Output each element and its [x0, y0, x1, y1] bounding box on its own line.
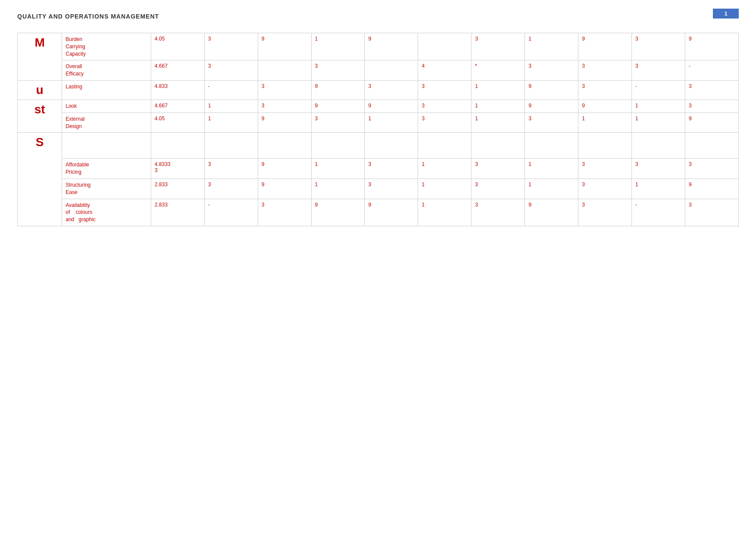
data-cell: 9 — [311, 80, 365, 100]
data-cell: 3 — [418, 80, 472, 100]
data-cell: 3 — [258, 199, 311, 226]
data-cell: 1 — [525, 178, 578, 199]
page-header: QUALITY AND OPERATIONS MANAGEMENT 1 — [17, 9, 739, 20]
category-u: u — [18, 80, 62, 100]
data-cell — [258, 60, 311, 81]
table-row: M BurdenCarryingCapacity 4.05 3 9 1 9 3 … — [18, 33, 739, 60]
data-cell: 1 — [525, 159, 578, 179]
data-cell — [578, 133, 632, 159]
data-cell — [685, 133, 739, 159]
data-cell: 1 — [311, 33, 365, 60]
data-cell — [525, 133, 578, 159]
data-cell: 1 — [632, 178, 685, 199]
data-cell: 3 — [578, 159, 632, 179]
data-cell — [418, 133, 472, 159]
value-burden: 4.05 — [151, 33, 204, 60]
data-cell: 3 — [204, 178, 258, 199]
data-cell: 9 — [258, 33, 311, 60]
table-row: AffordablePricing 4.83333 3 9 1 3 1 3 1 … — [18, 159, 739, 179]
data-cell: 3 — [311, 60, 365, 81]
data-cell: 4 — [418, 60, 472, 81]
data-cell: 1 — [632, 100, 685, 113]
data-cell: 1 — [472, 100, 525, 113]
table-row: st Look 4.667 1 3 9 9 3 1 9 9 1 3 — [18, 100, 739, 113]
data-cell: 1 — [525, 33, 578, 60]
data-cell: 3 — [685, 199, 739, 226]
data-cell: 1 — [365, 113, 418, 133]
data-cell: 9 — [578, 33, 632, 60]
data-cell: 9 — [365, 100, 418, 113]
data-cell: - — [685, 60, 739, 81]
page-number-badge: 1 — [713, 9, 739, 19]
data-cell: 3 — [632, 33, 685, 60]
page-title: QUALITY AND OPERATIONS MANAGEMENT — [17, 13, 159, 20]
data-cell: 9 — [525, 100, 578, 113]
label-availability: Availabilityof coloursand graphic — [62, 199, 151, 226]
data-cell: 9 — [311, 199, 365, 226]
data-cell: 9 — [365, 199, 418, 226]
data-cell: 3 — [472, 33, 525, 60]
data-cell: 1 — [418, 178, 472, 199]
data-cell — [258, 133, 311, 159]
data-cell: 1 — [311, 178, 365, 199]
data-cell: 3 — [365, 178, 418, 199]
data-cell: 3 — [311, 113, 365, 133]
category-st: st — [18, 100, 62, 132]
label-overall-efficacy: OverallEfficacy — [62, 60, 151, 81]
data-cell — [365, 60, 418, 81]
data-cell — [311, 133, 365, 159]
data-cell: 3 — [578, 178, 632, 199]
table-row: StructuringEase 2.833 3 9 1 3 1 3 1 3 1 … — [18, 178, 739, 199]
data-cell: - — [632, 80, 685, 100]
data-cell: - — [204, 80, 258, 100]
data-cell: 3 — [258, 100, 311, 113]
data-cell: 3 — [472, 178, 525, 199]
value-affordable: 4.83333 — [151, 159, 204, 179]
data-cell: - — [632, 199, 685, 226]
data-cell: 1 — [632, 113, 685, 133]
data-cell — [365, 133, 418, 159]
data-cell: 3 — [578, 199, 632, 226]
table-row: ExternalDesign 4.05 1 9 3 1 3 1 3 1 1 9 — [18, 113, 739, 133]
data-cell: 3 — [365, 159, 418, 179]
data-cell: 1 — [472, 113, 525, 133]
data-cell — [472, 133, 525, 159]
data-cell: 1 — [204, 113, 258, 133]
value-lasting: 4.833 — [151, 80, 204, 100]
data-cell — [418, 33, 472, 60]
data-cell: 3 — [258, 80, 311, 100]
value-availability: 2.833 — [151, 199, 204, 226]
data-cell: 9 — [685, 33, 739, 60]
main-table: M BurdenCarryingCapacity 4.05 3 9 1 9 3 … — [17, 33, 739, 226]
data-cell: 9 — [258, 159, 311, 179]
value-external: 4.05 — [151, 113, 204, 133]
data-cell: 3 — [525, 60, 578, 81]
data-cell: 3 — [204, 159, 258, 179]
label-look: Look — [62, 100, 151, 113]
value-empty — [151, 133, 204, 159]
data-cell: 1 — [472, 80, 525, 100]
label-lasting: Lasting — [62, 80, 151, 100]
category-M: M — [18, 33, 62, 81]
data-cell: 1 — [311, 159, 365, 179]
data-cell: 3 — [525, 113, 578, 133]
data-cell: 9 — [685, 113, 739, 133]
data-cell: 9 — [311, 100, 365, 113]
data-cell: 3 — [685, 159, 739, 179]
data-cell: 9 — [365, 33, 418, 60]
data-cell: 3 — [578, 60, 632, 81]
data-cell: 3 — [418, 100, 472, 113]
data-cell: 1 — [204, 100, 258, 113]
data-cell: 1 — [418, 159, 472, 179]
data-cell: 9 — [525, 199, 578, 226]
data-cell: 3 — [472, 159, 525, 179]
value-look: 4.667 — [151, 100, 204, 113]
data-cell: 3 — [632, 159, 685, 179]
label-structuring-ease: StructuringEase — [62, 178, 151, 199]
value-structuring: 2.833 — [151, 178, 204, 199]
label-empty — [62, 133, 151, 159]
data-cell: 3 — [365, 80, 418, 100]
data-cell: 9 — [258, 178, 311, 199]
label-affordable-pricing: AffordablePricing — [62, 159, 151, 179]
data-cell: 1 — [418, 199, 472, 226]
